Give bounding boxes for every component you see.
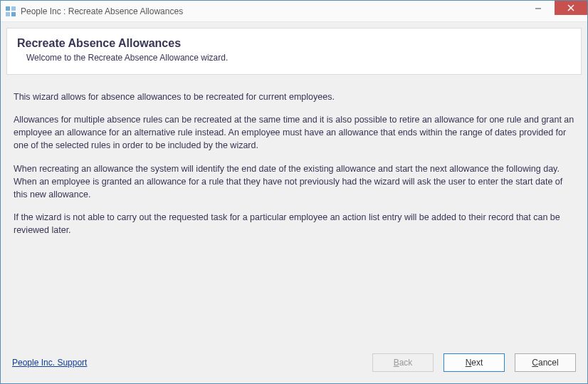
body-paragraph: When recreating an allowance the system …	[14, 162, 574, 201]
wizard-header: Recreate Absence Allowances Welcome to t…	[6, 28, 582, 75]
page-subtitle: Welcome to the Recreate Absence Allowanc…	[17, 53, 571, 63]
content-area: Recreate Absence Allowances Welcome to t…	[1, 22, 587, 383]
app-icon	[5, 6, 16, 17]
close-icon	[567, 4, 574, 11]
svg-rect-0	[6, 6, 10, 11]
wizard-footer: People Inc. Support Back Next Cancel	[6, 351, 582, 378]
close-button[interactable]	[555, 1, 587, 15]
back-button: Back	[372, 353, 434, 372]
cancel-button[interactable]: Cancel	[515, 353, 576, 372]
svg-rect-3	[11, 12, 16, 16]
svg-rect-1	[11, 6, 16, 11]
support-link[interactable]: People Inc. Support	[12, 358, 87, 368]
body-paragraph: Allowances for multiple absence rules ca…	[14, 113, 574, 152]
next-button[interactable]: Next	[443, 353, 505, 372]
window-title: People Inc : Recreate Absence Allowances	[21, 6, 183, 16]
window-controls	[522, 1, 587, 16]
minimize-button[interactable]	[522, 1, 555, 16]
body-paragraph: This wizard allows for absence allowance…	[14, 90, 574, 103]
minimize-icon	[535, 5, 542, 12]
svg-rect-2	[6, 12, 10, 16]
titlebar: People Inc : Recreate Absence Allowances	[1, 1, 587, 22]
wizard-body: This wizard allows for absence allowance…	[6, 75, 582, 351]
page-title: Recreate Absence Allowances	[17, 37, 571, 50]
body-paragraph: If the wizard is not able to carry out t…	[14, 211, 574, 237]
